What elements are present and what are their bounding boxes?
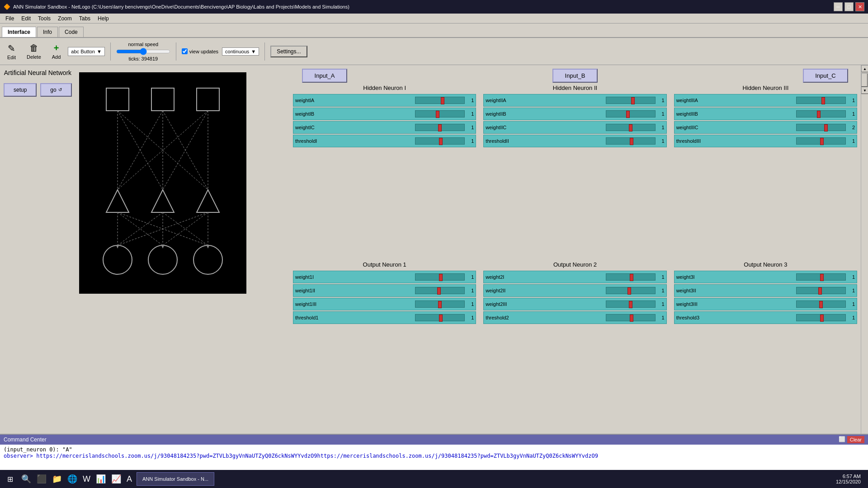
slider-track[interactable] bbox=[796, 97, 846, 104]
menu-tabs[interactable]: Tabs bbox=[75, 14, 94, 23]
slider-track[interactable] bbox=[796, 273, 846, 281]
slider-thumb[interactable] bbox=[824, 124, 828, 131]
slider-track[interactable] bbox=[796, 124, 846, 131]
slider-thumb[interactable] bbox=[437, 287, 441, 295]
powerpoint-icon[interactable]: 📊 bbox=[95, 473, 107, 485]
slider-thumb[interactable] bbox=[820, 274, 824, 281]
scroll-up-arrow[interactable]: ▲ bbox=[861, 65, 868, 72]
minimize-button[interactable]: ─ bbox=[834, 2, 843, 11]
slider-track[interactable] bbox=[606, 314, 656, 321]
tab-info[interactable]: Info bbox=[37, 27, 58, 37]
chrome-icon[interactable]: 🌐 bbox=[66, 473, 78, 485]
close-button[interactable]: ✕ bbox=[855, 2, 864, 11]
svg-marker-5 bbox=[197, 190, 219, 212]
app-icon: 🔶 bbox=[4, 4, 10, 10]
slider-thumb[interactable] bbox=[818, 287, 822, 295]
edit-button[interactable]: ✎ Edit bbox=[4, 41, 19, 62]
excel-icon[interactable]: 📈 bbox=[110, 473, 122, 485]
setup-button[interactable]: setup bbox=[4, 83, 37, 97]
slider-track[interactable] bbox=[415, 300, 465, 308]
speed-slider[interactable] bbox=[116, 48, 170, 55]
view-updates-checkbox[interactable] bbox=[182, 48, 188, 54]
slider-track[interactable] bbox=[796, 110, 846, 117]
slider-thumb[interactable] bbox=[439, 314, 443, 322]
slider-thumb[interactable] bbox=[436, 111, 439, 118]
slider-thumb[interactable] bbox=[439, 138, 443, 145]
slider-track[interactable] bbox=[415, 110, 465, 117]
slider-thumb[interactable] bbox=[817, 111, 821, 118]
menu-zoom[interactable]: Zoom bbox=[54, 14, 75, 23]
slider-track[interactable] bbox=[606, 300, 656, 308]
slider-thumb[interactable] bbox=[629, 301, 632, 308]
delete-button[interactable]: 🗑 Delete bbox=[23, 41, 45, 61]
slider-thumb[interactable] bbox=[631, 97, 635, 104]
start-button[interactable]: ⊞ bbox=[4, 473, 17, 485]
maximize-button[interactable]: □ bbox=[844, 2, 854, 11]
slider-thumb[interactable] bbox=[630, 274, 633, 281]
command-center: Command Center ⬜ Clear (input_neuron 0):… bbox=[0, 434, 868, 470]
slider-track[interactable] bbox=[415, 273, 465, 281]
slider-thumb[interactable] bbox=[441, 97, 444, 104]
clear-button[interactable]: Clear bbox=[847, 436, 864, 443]
slider-thumb[interactable] bbox=[820, 138, 824, 145]
go-button[interactable]: go ↺ bbox=[40, 83, 71, 97]
slider-thumb[interactable] bbox=[627, 287, 631, 295]
slider-row: weight2I 1 bbox=[483, 271, 666, 283]
menu-file[interactable]: File bbox=[2, 14, 18, 23]
scroll-down-arrow[interactable]: ▼ bbox=[861, 87, 868, 94]
slider-track[interactable] bbox=[415, 124, 465, 131]
word-icon[interactable]: W bbox=[82, 474, 91, 485]
slider-track[interactable] bbox=[606, 273, 656, 281]
add-button[interactable]: + Add bbox=[48, 41, 65, 61]
slider-label: threshold1 bbox=[295, 315, 413, 320]
slider-thumb[interactable] bbox=[439, 274, 443, 281]
slider-track[interactable] bbox=[796, 287, 846, 294]
continuous-dropdown[interactable]: continuous ▼ bbox=[222, 47, 259, 56]
slider-thumb[interactable] bbox=[629, 124, 632, 131]
tab-interface[interactable]: Interface bbox=[2, 27, 36, 37]
slider-thumb[interactable] bbox=[820, 314, 824, 322]
slider-track[interactable] bbox=[606, 287, 656, 294]
input-a-button[interactable]: Input_A bbox=[302, 69, 347, 83]
slider-label: thresholdII bbox=[486, 138, 604, 144]
slider-track[interactable] bbox=[415, 97, 465, 104]
scroll-bar[interactable]: ▲ ▼ bbox=[861, 65, 868, 434]
slider-thumb[interactable] bbox=[819, 301, 823, 308]
slider-thumb[interactable] bbox=[630, 138, 633, 145]
slider-thumb[interactable] bbox=[626, 111, 630, 118]
slider-thumb[interactable] bbox=[438, 124, 442, 131]
title-bar: 🔶 ANN Simulator Sandbox - NetLogo (C:\Us… bbox=[0, 0, 868, 14]
search-icon[interactable]: 🔍 bbox=[20, 473, 32, 485]
slider-track[interactable] bbox=[606, 110, 656, 117]
menu-edit[interactable]: Edit bbox=[18, 14, 34, 23]
slider-track[interactable] bbox=[796, 300, 846, 308]
slider-row: weightIIIB 1 bbox=[674, 108, 857, 120]
adobe-icon[interactable]: A bbox=[126, 474, 133, 485]
slider-row: weight3II 1 bbox=[674, 284, 857, 297]
input-b-button[interactable]: Input_B bbox=[552, 69, 598, 83]
slider-track[interactable] bbox=[415, 314, 465, 321]
slider-track[interactable] bbox=[415, 137, 465, 145]
slider-track[interactable] bbox=[606, 97, 656, 104]
tab-code[interactable]: Code bbox=[59, 27, 84, 37]
slider-thumb[interactable] bbox=[630, 314, 633, 322]
menu-help[interactable]: Help bbox=[94, 14, 113, 23]
slider-label: threshold2 bbox=[486, 315, 604, 320]
input-c-button[interactable]: Input_C bbox=[803, 69, 848, 83]
slider-track[interactable] bbox=[415, 287, 465, 294]
menu-tools[interactable]: Tools bbox=[34, 14, 54, 23]
slider-label: threshold3 bbox=[676, 315, 794, 320]
slider-thumb[interactable] bbox=[438, 301, 442, 308]
slider-thumb[interactable] bbox=[821, 97, 825, 104]
scroll-thumb[interactable] bbox=[861, 73, 868, 87]
slider-track[interactable] bbox=[606, 137, 656, 145]
slider-track[interactable] bbox=[796, 137, 846, 145]
button-type-dropdown[interactable]: abc Button ▼ bbox=[68, 47, 104, 56]
slider-track[interactable] bbox=[796, 314, 846, 321]
slider-track[interactable] bbox=[606, 124, 656, 131]
task-view-icon[interactable]: ⬛ bbox=[36, 473, 47, 485]
file-explorer-icon[interactable]: 📁 bbox=[51, 473, 63, 485]
expand-icon[interactable]: ⬜ bbox=[839, 436, 845, 443]
netlogo-taskbar-app[interactable]: ANN Simulator Sandbox - N... bbox=[137, 472, 214, 486]
settings-button[interactable]: Settings... bbox=[270, 46, 307, 57]
